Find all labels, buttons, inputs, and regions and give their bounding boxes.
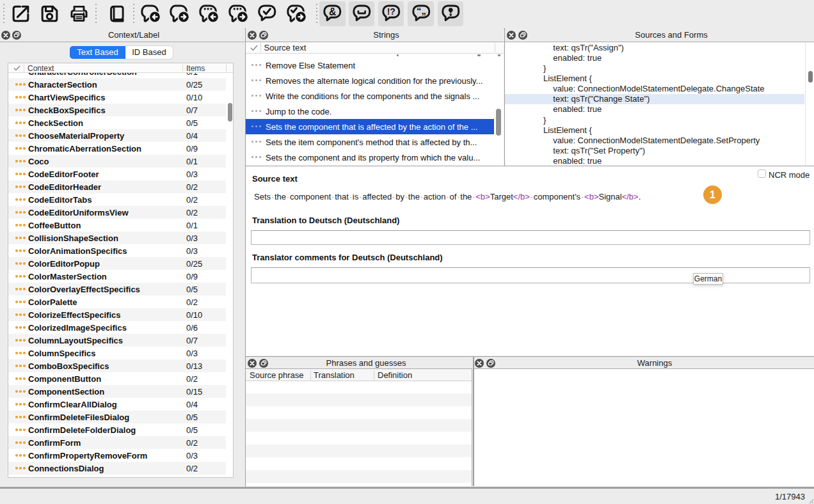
svg-text:!?: !? <box>387 6 395 17</box>
svg-text:„: „ <box>421 6 426 16</box>
svg-text:“: “ <box>416 6 420 16</box>
svg-text:&: & <box>329 6 336 17</box>
